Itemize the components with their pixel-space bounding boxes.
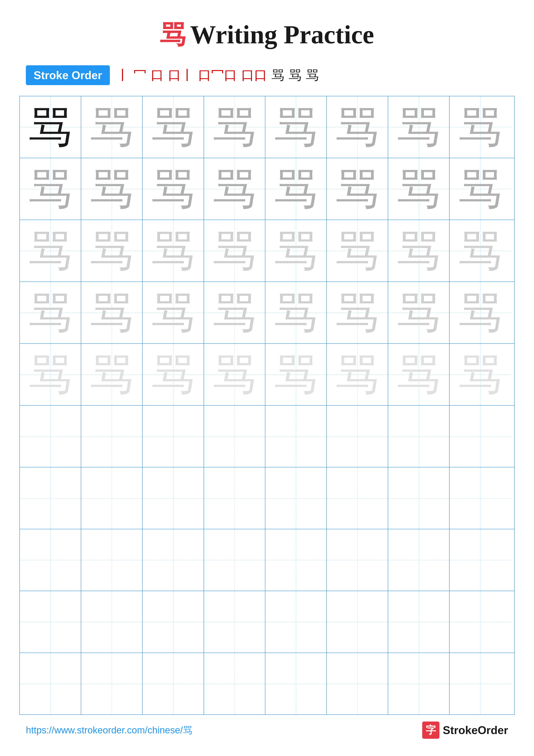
grid-cell: 骂 <box>266 220 327 282</box>
grid-cell: 骂 <box>266 158 327 220</box>
grid-cell: 骂 <box>266 96 327 158</box>
stroke-4: 口丨 <box>168 67 194 84</box>
grid-cell <box>81 406 142 467</box>
grid-cell <box>266 406 327 467</box>
grid-cell <box>20 529 81 591</box>
grid-cell: 骂 <box>20 158 81 220</box>
grid-cell: 骂 <box>81 158 142 220</box>
grid-cell <box>449 468 511 529</box>
grid-row: 骂 骂 骂 骂 骂 骂 骂 骂 <box>20 96 514 158</box>
grid-cell <box>204 529 266 591</box>
grid-cell: 骂 <box>204 96 266 158</box>
grid-cell: 骂 <box>388 282 449 343</box>
grid-cell <box>142 406 204 467</box>
grid-cell <box>449 529 511 591</box>
stroke-9: 骂 <box>306 67 319 84</box>
stroke-8: 骂 <box>289 67 302 84</box>
grid-row: 骂 骂 骂 骂 骂 骂 骂 骂 <box>20 344 514 406</box>
grid-cell <box>142 653 204 715</box>
title-text: Writing Practice <box>190 20 374 49</box>
practice-grid: 骂 骂 骂 骂 骂 骂 骂 骂 骂 骂 骂 骂 骂 骂 骂 骂 骂 骂 骂 骂 … <box>19 96 515 715</box>
grid-cell: 骂 <box>20 344 81 405</box>
grid-cell: 骂 <box>142 282 204 343</box>
grid-cell: 骂 <box>327 344 388 405</box>
stroke-2: 冖 <box>134 67 146 84</box>
grid-cell <box>20 468 81 529</box>
grid-row <box>20 529 514 591</box>
grid-cell: 骂 <box>388 344 449 405</box>
grid-cell <box>204 591 266 653</box>
grid-cell: 骂 <box>142 158 204 220</box>
grid-row <box>20 406 514 468</box>
grid-cell: 骂 <box>204 220 266 282</box>
grid-cell: 骂 <box>81 96 142 158</box>
grid-cell <box>81 591 142 653</box>
grid-cell: 骂 <box>81 344 142 405</box>
stroke-5: 口冖口 <box>198 67 237 84</box>
grid-cell: 骂 <box>449 282 511 343</box>
grid-cell <box>266 591 327 653</box>
grid-row <box>20 653 514 715</box>
grid-cell: 骂 <box>142 96 204 158</box>
grid-row: 骂 骂 骂 骂 骂 骂 骂 骂 <box>20 158 514 220</box>
page-title: 骂Writing Practice <box>0 0 534 65</box>
grid-cell <box>388 653 449 715</box>
grid-row: 骂 骂 骂 骂 骂 骂 骂 骂 <box>20 282 514 344</box>
stroke-order-section: Stroke Order 丨 冖 口 口丨 口冖口 口口 骂 骂 骂 <box>0 65 534 85</box>
grid-cell <box>327 406 388 467</box>
stroke-7: 骂 <box>271 67 284 84</box>
grid-cell <box>142 591 204 653</box>
grid-cell: 骂 <box>449 96 511 158</box>
grid-cell <box>81 529 142 591</box>
grid-cell: 骂 <box>266 282 327 343</box>
grid-cell <box>388 468 449 529</box>
grid-cell: 骂 <box>142 220 204 282</box>
grid-cell <box>449 406 511 467</box>
grid-cell: 骂 <box>327 96 388 158</box>
grid-cell <box>449 591 511 653</box>
grid-cell <box>142 468 204 529</box>
grid-cell <box>327 653 388 715</box>
footer: https://www.strokeorder.com/chinese/骂 字 … <box>0 721 534 739</box>
grid-cell <box>388 406 449 467</box>
brand-icon: 字 <box>422 721 440 739</box>
grid-cell <box>266 468 327 529</box>
grid-cell <box>388 529 449 591</box>
footer-url[interactable]: https://www.strokeorder.com/chinese/骂 <box>26 724 192 737</box>
footer-brand: 字 StrokeOrder <box>422 721 508 739</box>
brand-name: StrokeOrder <box>443 724 508 737</box>
grid-cell: 骂 <box>327 282 388 343</box>
grid-cell <box>266 653 327 715</box>
grid-cell <box>20 406 81 467</box>
grid-cell <box>266 529 327 591</box>
grid-cell <box>81 468 142 529</box>
stroke-3: 口 <box>151 67 164 84</box>
grid-cell <box>204 468 266 529</box>
grid-cell: 骂 <box>388 158 449 220</box>
grid-cell: 骂 <box>449 220 511 282</box>
grid-cell: 骂 <box>266 344 327 405</box>
grid-cell <box>20 591 81 653</box>
grid-cell <box>327 591 388 653</box>
grid-cell: 骂 <box>81 282 142 343</box>
grid-cell <box>204 653 266 715</box>
grid-cell: 骂 <box>388 220 449 282</box>
grid-row <box>20 468 514 529</box>
grid-cell: 骂 <box>142 344 204 405</box>
grid-cell: 骂 <box>81 220 142 282</box>
grid-cell: 骂 <box>327 220 388 282</box>
stroke-sequence: 丨 冖 口 口丨 口冖口 口口 骂 骂 骂 <box>116 67 319 84</box>
grid-cell: 骂 <box>388 96 449 158</box>
grid-cell: 骂 <box>20 282 81 343</box>
grid-row: 骂 骂 骂 骂 骂 骂 骂 骂 <box>20 220 514 282</box>
grid-cell <box>327 468 388 529</box>
stroke-1: 丨 <box>116 67 129 84</box>
grid-cell: 骂 <box>204 344 266 405</box>
grid-cell <box>204 406 266 467</box>
grid-cell <box>449 653 511 715</box>
grid-cell: 骂 <box>20 96 81 158</box>
grid-cell: 骂 <box>327 158 388 220</box>
grid-cell: 骂 <box>449 344 511 405</box>
title-char: 骂 <box>160 20 186 49</box>
stroke-6: 口口 <box>241 67 267 84</box>
